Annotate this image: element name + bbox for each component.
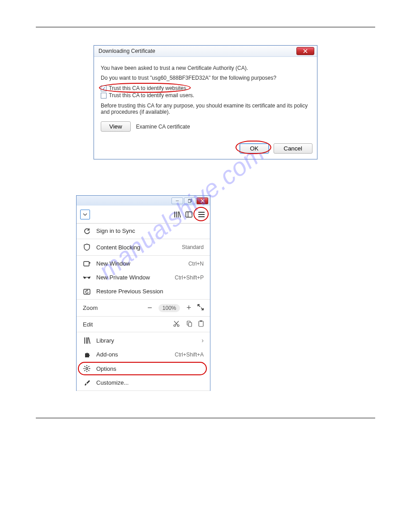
dialog-title: Downloading Certificate (98, 48, 155, 54)
window-close-button[interactable] (197, 197, 208, 204)
checkbox-websites-label: Trust this CA to identify websites. (109, 85, 188, 91)
menu-options[interactable]: Options (77, 361, 210, 376)
dialog-titlebar: Downloading Certificate (94, 46, 317, 57)
top-rule (36, 27, 375, 27)
menu-new-private-label: New Private Window (96, 274, 169, 281)
minimize-button[interactable]: ─ (171, 197, 183, 204)
menu-new-window-accel: Ctrl+N (188, 261, 204, 267)
paste-icon (198, 320, 204, 327)
maximize-button[interactable] (184, 197, 196, 204)
gear-icon (83, 365, 91, 372)
library-icon (83, 337, 91, 344)
sync-icon (83, 227, 91, 234)
cut-icon (173, 321, 180, 327)
dialog-warning: Before trusting this CA for any purpose,… (101, 103, 310, 115)
titlebar-close-button[interactable] (296, 47, 314, 55)
menu-addons-accel: Ctrl+Shift+A (175, 352, 204, 358)
svg-rect-14 (200, 321, 202, 322)
svg-rect-12 (188, 322, 192, 326)
browser-toolbar (77, 206, 210, 223)
dialog-question: Do you want to trust "usg60_588BF3FED32A… (101, 75, 310, 81)
close-icon (303, 49, 308, 53)
bottom-rule (36, 418, 375, 418)
sidebar-icon[interactable] (185, 210, 193, 219)
maximize-icon (188, 199, 192, 203)
menu-library[interactable]: Library › (77, 333, 210, 348)
checkbox-icon (101, 93, 107, 99)
chevron-right-icon: › (201, 337, 204, 344)
menu-new-window[interactable]: New Window Ctrl+N (77, 257, 210, 270)
menu-zoom-row: Zoom − 100% + (77, 300, 210, 315)
window-chrome: ─ (77, 196, 210, 206)
hamburger-icon (198, 211, 205, 218)
menu-edit-row: Edit (77, 317, 210, 331)
hamburger-menu-button[interactable] (197, 210, 206, 219)
svg-rect-1 (188, 200, 191, 202)
cut-button[interactable] (173, 321, 180, 328)
menu-content-blocking[interactable]: Content Blocking Standard (77, 240, 210, 254)
paste-button[interactable] (198, 320, 204, 328)
menu-customize-label: Customize... (96, 379, 204, 386)
paintbrush-icon (83, 379, 91, 386)
menu-options-label: Options (96, 365, 204, 372)
checkbox-trust-email[interactable]: Trust this CA to identify email users. (101, 92, 310, 99)
menu-restore-session[interactable]: Restore Previous Session (77, 284, 210, 298)
menu-new-window-label: New Window (96, 260, 183, 267)
svg-point-15 (86, 368, 88, 369)
content-blocking-status: Standard (182, 244, 204, 250)
fullscreen-icon (197, 304, 204, 310)
zoom-value: 100% (158, 304, 180, 312)
zoom-label: Zoom (83, 305, 98, 311)
svg-line-21 (89, 370, 90, 371)
firefox-window-corner: ─ Sign in to Sync (76, 195, 210, 391)
zoom-in-button[interactable]: + (186, 303, 191, 313)
svg-rect-7 (84, 262, 89, 266)
chevron-down-icon (83, 213, 87, 216)
menu-sign-in-label: Sign in to Sync (96, 227, 204, 234)
view-button[interactable]: View (101, 121, 131, 132)
copy-button[interactable] (186, 321, 192, 328)
checkbox-email-label: Trust this CA to identify email users. (109, 92, 194, 99)
menu-library-label: Library (96, 337, 196, 344)
view-note: Examine CA certificate (136, 124, 190, 130)
checkbox-icon: ✓ (101, 86, 107, 91)
menu-sign-in[interactable]: Sign in to Sync (77, 224, 210, 238)
menu-new-private-window[interactable]: New Private Window Ctrl+Shift+P (77, 270, 210, 284)
restore-icon (83, 288, 91, 295)
shield-icon (83, 244, 91, 251)
fullscreen-button[interactable] (197, 304, 204, 312)
ok-button[interactable]: OK (240, 143, 269, 154)
menu-new-private-accel: Ctrl+Shift+P (175, 275, 204, 281)
svg-rect-13 (199, 321, 203, 326)
svg-line-23 (85, 370, 86, 371)
app-menu-panel: Sign in to Sync Content Blocking Standar… (77, 223, 210, 391)
urlbar-dropdown[interactable] (80, 210, 90, 219)
dialog-body: You have been asked to trust a new Certi… (94, 57, 317, 140)
checkbox-trust-websites[interactable]: ✓ Trust this CA to identify websites. (101, 85, 310, 92)
menu-addons-label: Add-ons (96, 351, 169, 358)
menu-addons[interactable]: Add-ons Ctrl+Shift+A (77, 348, 210, 361)
zoom-out-button[interactable]: − (147, 303, 152, 313)
cancel-button[interactable]: Cancel (274, 143, 313, 154)
edit-label: Edit (83, 321, 93, 328)
menu-content-blocking-label: Content Blocking (96, 244, 176, 251)
mask-icon (83, 275, 91, 280)
copy-icon (186, 321, 192, 327)
menu-customize[interactable]: Customize... (77, 376, 210, 390)
svg-rect-2 (186, 212, 192, 217)
svg-line-22 (89, 366, 90, 367)
library-icon[interactable] (173, 210, 181, 219)
svg-line-20 (85, 366, 86, 367)
menu-restore-label: Restore Previous Session (96, 288, 204, 295)
puzzle-icon (83, 351, 91, 358)
dialog-intro: You have been asked to trust a new Certi… (101, 65, 310, 71)
close-icon (201, 199, 205, 203)
cert-dialog: Downloading Certificate You have been as… (94, 45, 317, 159)
new-window-icon (83, 261, 91, 267)
